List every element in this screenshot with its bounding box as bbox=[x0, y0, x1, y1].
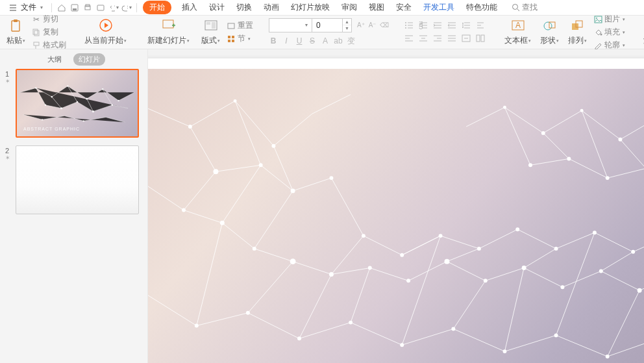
svg-point-85 bbox=[631, 250, 635, 254]
indent-inc-button[interactable] bbox=[447, 21, 458, 31]
slide-page bbox=[148, 58, 644, 363]
bold-button[interactable]: B bbox=[269, 36, 278, 45]
svg-point-83 bbox=[554, 247, 558, 251]
picture-button[interactable]: 图片▾ bbox=[593, 14, 625, 25]
svg-point-62 bbox=[182, 208, 186, 212]
tab-insert[interactable]: 插入 bbox=[180, 1, 199, 14]
svg-rect-17 bbox=[228, 36, 230, 38]
increase-font-icon[interactable]: A⁺ bbox=[357, 21, 365, 29]
reset-button[interactable]: 重置 bbox=[227, 20, 253, 31]
clear-format-icon[interactable]: ⌫ bbox=[380, 21, 389, 29]
underline-button[interactable]: U bbox=[295, 36, 304, 45]
qat-undo-icon[interactable]: ▾ bbox=[108, 3, 119, 13]
fill-button[interactable]: 填充▾ bbox=[593, 27, 625, 38]
demo-tools-button[interactable]: 演示工具▾ bbox=[641, 17, 644, 47]
play-from-current-button[interactable]: 从当前开始▾ bbox=[82, 17, 129, 47]
align-right-button[interactable] bbox=[433, 34, 443, 44]
svg-point-102 bbox=[541, 131, 545, 135]
svg-point-66 bbox=[329, 272, 334, 277]
ribbon-search[interactable]: 查找 bbox=[512, 2, 538, 13]
bullets-button[interactable] bbox=[404, 21, 415, 31]
svg-point-73 bbox=[599, 269, 603, 273]
copy-icon bbox=[32, 28, 41, 37]
svg-point-61 bbox=[329, 176, 333, 180]
tab-start[interactable]: 开始 bbox=[143, 1, 171, 14]
svg-point-94 bbox=[451, 327, 455, 331]
svg-point-81 bbox=[477, 247, 481, 251]
indent-dec-button[interactable] bbox=[433, 21, 443, 31]
slide-network-graphic bbox=[148, 69, 644, 363]
svg-point-59 bbox=[259, 163, 263, 167]
qat-home-icon[interactable] bbox=[56, 3, 67, 13]
svg-point-82 bbox=[515, 227, 519, 231]
asian-layout-button[interactable]: 变 bbox=[347, 36, 356, 47]
svg-point-58 bbox=[213, 169, 218, 174]
svg-point-56 bbox=[234, 99, 237, 103]
svg-point-21 bbox=[405, 22, 406, 23]
brush-icon bbox=[32, 41, 41, 50]
svg-rect-12 bbox=[163, 20, 173, 28]
font-color-button[interactable]: A bbox=[321, 36, 330, 45]
align-vert-button[interactable] bbox=[462, 34, 472, 44]
tab-devtools[interactable]: 开发工具 bbox=[422, 1, 456, 14]
svg-point-32 bbox=[544, 22, 552, 30]
paste-button[interactable]: 粘贴▾ bbox=[4, 17, 28, 47]
slide-thumb-2[interactable]: 2 ✶ bbox=[5, 145, 142, 214]
columns-button[interactable] bbox=[476, 34, 486, 44]
layout-button[interactable]: 版式▾ bbox=[199, 17, 223, 47]
qat-redo-icon[interactable]: ▾ bbox=[121, 3, 132, 13]
bucket-icon bbox=[593, 28, 602, 37]
font-size-input[interactable]: 0 bbox=[312, 18, 343, 32]
text-direction-button[interactable] bbox=[476, 21, 486, 31]
slide-canvas[interactable] bbox=[148, 49, 644, 363]
svg-point-57 bbox=[271, 144, 275, 148]
tab-transition[interactable]: 切换 bbox=[235, 1, 253, 14]
svg-point-60 bbox=[291, 188, 295, 193]
numbering-button[interactable]: 123 bbox=[419, 21, 429, 31]
svg-point-68 bbox=[406, 279, 410, 282]
picture-icon bbox=[593, 15, 602, 24]
svg-point-109 bbox=[528, 163, 532, 167]
align-left-button[interactable] bbox=[404, 34, 415, 44]
side-tab-slides[interactable]: 幻灯片 bbox=[73, 53, 105, 66]
svg-point-71 bbox=[522, 266, 526, 270]
tab-slideshow[interactable]: 幻灯片放映 bbox=[290, 1, 331, 14]
highlight-button[interactable]: ab bbox=[334, 36, 343, 45]
side-tab-outline[interactable]: 大纲 bbox=[42, 53, 67, 66]
font-size-stepper[interactable]: ▲▼ bbox=[343, 18, 352, 32]
line-spacing-button[interactable] bbox=[462, 21, 472, 31]
decrease-font-icon[interactable]: A⁻ bbox=[369, 21, 377, 29]
tab-special[interactable]: 特色功能 bbox=[465, 1, 499, 14]
shapes-button[interactable]: 形状▾ bbox=[538, 17, 562, 47]
svg-point-52 bbox=[112, 105, 114, 106]
tab-view[interactable]: 视图 bbox=[367, 1, 386, 14]
arrange-button[interactable]: 排列▾ bbox=[565, 17, 589, 47]
svg-rect-29 bbox=[481, 35, 484, 42]
svg-point-95 bbox=[502, 349, 506, 353]
cut-button[interactable]: ✂剪切 bbox=[32, 14, 66, 25]
align-justify-button[interactable] bbox=[447, 34, 458, 44]
section-button[interactable]: 节▾ bbox=[227, 33, 253, 44]
tab-review[interactable]: 审阅 bbox=[340, 1, 358, 14]
svg-rect-28 bbox=[477, 35, 480, 42]
tab-animation[interactable]: 动画 bbox=[262, 1, 280, 14]
qat-save-icon[interactable] bbox=[69, 3, 80, 13]
svg-point-93 bbox=[400, 343, 404, 347]
slide-thumb-1[interactable]: 1 ✶ ABSTRACT GRAPHIC bbox=[5, 69, 142, 138]
copy-button[interactable]: 复制 bbox=[32, 27, 66, 38]
svg-rect-19 bbox=[228, 40, 230, 42]
tab-design[interactable]: 设计 bbox=[208, 1, 226, 14]
italic-button[interactable]: I bbox=[282, 36, 291, 45]
qat-print-icon[interactable] bbox=[82, 3, 93, 13]
align-center-button[interactable] bbox=[419, 34, 429, 44]
textbox-button[interactable]: A 文本框▾ bbox=[502, 17, 534, 47]
svg-point-69 bbox=[444, 259, 449, 264]
ribbon-tabs: 开始 插入 设计 切换 动画 幻灯片放映 审阅 视图 安全 开发工具 特色功能 … bbox=[142, 1, 539, 14]
file-menu[interactable]: 文件 ▾ bbox=[4, 1, 47, 14]
tab-security[interactable]: 安全 bbox=[395, 1, 413, 14]
svg-point-46 bbox=[102, 88, 104, 90]
new-slide-button[interactable]: 新建幻灯片▾ bbox=[145, 17, 192, 47]
qat-preview-icon[interactable] bbox=[95, 3, 106, 13]
svg-rect-9 bbox=[33, 29, 38, 34]
strike-button[interactable]: S bbox=[308, 36, 317, 45]
